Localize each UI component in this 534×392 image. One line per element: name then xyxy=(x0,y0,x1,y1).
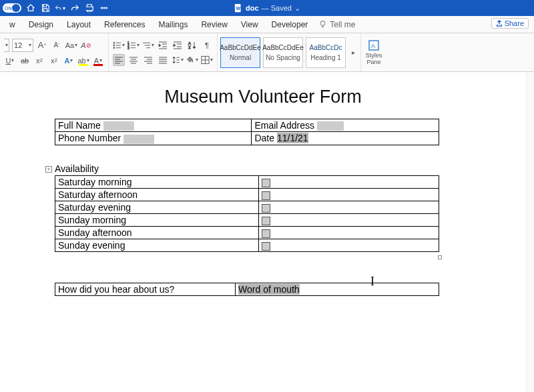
undo-icon[interactable]: ▾ xyxy=(55,3,65,13)
page-title[interactable]: Museum Volunteer Form xyxy=(0,87,526,107)
avail-label: Saturday afternoon xyxy=(55,189,259,201)
styles-pane-button[interactable]: A Styles Pane xyxy=(361,33,386,71)
tab-developer[interactable]: Developer xyxy=(265,16,315,33)
table-row[interactable]: Saturday afternoon xyxy=(55,189,439,201)
chevron-down-icon[interactable]: ⌄ xyxy=(294,4,300,13)
tab-view[interactable]: View xyxy=(234,16,265,33)
line-spacing-button[interactable]: ▾ xyxy=(172,54,184,66)
table-row[interactable]: Saturday evening xyxy=(55,201,439,214)
styles-group: AaBbCcDdEe Normal AaBbCcDdEe No Spacing … xyxy=(218,33,361,71)
bullets-button[interactable]: ▾ xyxy=(113,39,125,51)
table-row[interactable]: Full Name Email Address xyxy=(55,119,439,132)
superscript-button[interactable]: x2 xyxy=(48,55,60,67)
hear-answer[interactable]: Word of mouth xyxy=(238,284,300,295)
table-row[interactable]: How did you hear about us? Word of mouth xyxy=(55,283,439,296)
vertical-scrollbar[interactable] xyxy=(526,72,534,392)
table-row[interactable]: Sunday evening xyxy=(55,239,439,252)
avail-label: Saturday evening xyxy=(55,201,259,214)
tell-me-search[interactable]: Tell me xyxy=(318,20,355,29)
align-center-button[interactable] xyxy=(127,54,140,66)
tab-references[interactable]: References xyxy=(97,16,152,33)
contact-table[interactable]: Full Name Email Address Phone Number Dat… xyxy=(55,119,439,145)
svg-text:Z: Z xyxy=(188,45,191,49)
tab-review[interactable]: Review xyxy=(194,16,234,33)
shrink-font-button[interactable]: Aˇ xyxy=(51,39,63,51)
table-row[interactable]: Saturday morning xyxy=(55,176,439,189)
style-label: No Spacing xyxy=(266,54,300,61)
tab-mailings[interactable]: Mailings xyxy=(152,16,194,33)
table-row[interactable]: Phone Number Date 11/1/21 xyxy=(55,132,439,145)
strike-button[interactable]: ab xyxy=(19,55,31,67)
checkbox-sat-evening[interactable] xyxy=(262,204,270,213)
styles-more-button[interactable]: ▸ xyxy=(348,49,358,56)
document-canvas[interactable]: Museum Volunteer Form Full Name Email Ad… xyxy=(0,72,526,392)
change-case-button[interactable]: Aa▾ xyxy=(65,39,77,51)
style-heading1[interactable]: AaBbCcDc Heading 1 xyxy=(306,37,346,68)
table-resize-handle[interactable] xyxy=(438,255,442,259)
tab-layout[interactable]: Layout xyxy=(60,16,97,33)
tab-partial[interactable]: w xyxy=(3,16,22,33)
shading-button[interactable]: ▾ xyxy=(186,54,198,66)
svg-text:W: W xyxy=(236,6,241,11)
style-sample: AaBbCcDc xyxy=(310,44,342,51)
ribbon: ▾ 12▾ A^ Aˇ Aa▾ A⊘ U▾ ab x2 x2 A▾ ab▾ A▾… xyxy=(0,33,534,72)
full-name-field[interactable] xyxy=(103,121,134,131)
avail-label: Sunday morning xyxy=(55,214,259,227)
tab-design[interactable]: Design xyxy=(22,16,60,33)
checkbox-sun-afternoon[interactable] xyxy=(262,229,270,238)
svg-point-8 xyxy=(113,45,115,46)
align-left-button[interactable] xyxy=(113,54,125,66)
subscript-button[interactable]: x2 xyxy=(33,55,45,67)
checkbox-sun-evening[interactable] xyxy=(262,242,270,251)
avail-label: Sunday afternoon xyxy=(55,227,259,239)
svg-point-9 xyxy=(113,47,115,48)
borders-button[interactable]: ▾ xyxy=(201,54,213,66)
text-cursor-icon: I xyxy=(370,275,374,289)
underline-button[interactable]: U▾ xyxy=(4,55,16,67)
more-icon[interactable] xyxy=(99,3,109,13)
hear-question: How did you hear about us? xyxy=(55,283,236,296)
svg-point-2 xyxy=(106,7,107,9)
justify-button[interactable] xyxy=(157,54,169,66)
increase-indent-button[interactable] xyxy=(172,39,184,51)
highlight-button[interactable]: ab▾ xyxy=(77,55,89,67)
print-icon[interactable] xyxy=(84,3,95,13)
numbering-button[interactable]: 123▾ xyxy=(127,39,140,51)
doc-name: doc xyxy=(246,4,259,12)
share-button[interactable]: Share xyxy=(491,18,529,29)
autosave-toggle[interactable]: ON xyxy=(3,3,21,13)
text-effects-button[interactable]: A▾ xyxy=(63,55,75,67)
availability-heading[interactable]: Availability xyxy=(55,163,99,174)
font-size-dropdown[interactable]: 12▾ xyxy=(12,39,33,52)
grow-font-button[interactable]: A^ xyxy=(36,39,48,51)
availability-table[interactable]: Saturday morning Saturday afternoon Satu… xyxy=(55,175,439,252)
sort-button[interactable]: AZ xyxy=(186,39,198,51)
table-row[interactable]: Sunday morning xyxy=(55,214,439,227)
style-normal[interactable]: AaBbCcDdEe Normal xyxy=(220,37,260,68)
save-icon[interactable] xyxy=(40,3,51,13)
font-name-dropdown[interactable]: ▾ xyxy=(4,39,9,52)
redo-icon[interactable] xyxy=(69,3,80,13)
home-icon[interactable] xyxy=(25,3,36,13)
svg-point-1 xyxy=(103,7,105,9)
table-anchor-icon[interactable]: + xyxy=(45,166,52,173)
checkbox-sat-afternoon[interactable] xyxy=(262,191,270,200)
multilevel-button[interactable]: ▾ xyxy=(142,39,154,51)
toggle-dot xyxy=(12,4,20,12)
font-size-value: 12 xyxy=(14,41,22,49)
show-marks-button[interactable]: ¶ xyxy=(201,39,213,51)
checkbox-sat-morning[interactable] xyxy=(262,179,270,187)
window-title: W doc — Saved ⌄ xyxy=(234,3,300,13)
share-icon xyxy=(496,20,503,27)
checkbox-sun-morning[interactable] xyxy=(262,217,270,225)
align-right-button[interactable] xyxy=(142,54,154,66)
table-row[interactable]: Sunday afternoon xyxy=(55,227,439,239)
font-color-button[interactable]: A▾ xyxy=(92,55,104,67)
style-no-spacing[interactable]: AaBbCcDdEe No Spacing xyxy=(263,37,303,68)
decrease-indent-button[interactable] xyxy=(157,39,169,51)
date-value[interactable]: 11/1/21 xyxy=(277,133,308,143)
email-field[interactable] xyxy=(317,121,344,131)
phone-field[interactable] xyxy=(123,135,154,144)
clear-format-button[interactable]: A⊘ xyxy=(80,39,92,51)
hear-about-table[interactable]: How did you hear about us? Word of mouth xyxy=(55,283,439,296)
